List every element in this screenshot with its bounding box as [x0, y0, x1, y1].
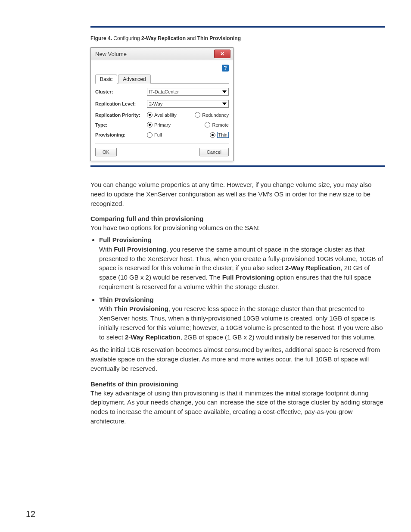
figure-caption: Figure 4. Configuring 2-Way Replication … [90, 35, 385, 41]
radio-icon [147, 112, 153, 118]
chevron-down-icon [222, 103, 227, 105]
radio-icon [195, 112, 200, 118]
cluster-label: Cluster: [95, 89, 147, 94]
type-label: Type: [95, 122, 147, 128]
dialog-title: New Volume [95, 51, 127, 57]
close-icon: ✕ [220, 51, 224, 56]
new-volume-dialog: New Volume ✕ ? Basic Advanced Cluster: I… [90, 47, 234, 161]
chevron-down-icon [222, 90, 227, 93]
body-paragraph: You have two options for provisioning vo… [90, 223, 385, 233]
cluster-select[interactable]: IT-DataCenter [147, 88, 229, 96]
radio-icon [147, 132, 153, 138]
tab-basic[interactable]: Basic [95, 75, 117, 84]
tabs: Basic Advanced [95, 74, 229, 84]
cluster-value: IT-DataCenter [149, 89, 179, 94]
radio-remote[interactable]: Remote [205, 122, 229, 128]
dialog-titlebar: New Volume ✕ [91, 48, 233, 60]
radio-full[interactable]: Full [147, 132, 162, 138]
help-icon[interactable]: ? [222, 65, 229, 72]
replication-priority-label: Replication Priority: [95, 112, 147, 118]
replication-level-select[interactable]: 2-Way [147, 100, 229, 108]
section-heading: Benefits of thin provisioning [90, 380, 385, 388]
radio-icon [210, 132, 215, 138]
radio-primary[interactable]: Primary [147, 122, 171, 128]
ok-button[interactable]: OK [95, 148, 117, 156]
radio-icon [205, 122, 210, 128]
radio-availability[interactable]: Availability [147, 112, 177, 118]
list-item: Full Provisioning With Full Provisioning… [99, 235, 385, 292]
replication-level-value: 2-Way [149, 101, 162, 106]
list-item: Thin Provisioning With Thin Provisioning… [99, 295, 385, 342]
radio-icon [147, 122, 153, 128]
cancel-button[interactable]: Cancel [199, 148, 229, 156]
body-paragraph: The key advantage of using thin provisio… [90, 389, 385, 426]
radio-thin[interactable]: Thin [210, 132, 229, 138]
provisioning-label: Provisioning: [95, 132, 147, 137]
replication-level-label: Replication Level: [95, 101, 147, 106]
page-number: 12 [26, 509, 35, 519]
radio-redundancy[interactable]: Redundancy [195, 112, 229, 118]
section-heading: Comparing full and thin provisioning [90, 215, 385, 222]
close-button[interactable]: ✕ [214, 50, 230, 58]
tab-advanced[interactable]: Advanced [118, 75, 150, 84]
body-paragraph: You can change volume properties at any … [90, 180, 385, 208]
body-paragraph: As the initial 1GB reservation becomes a… [90, 345, 385, 373]
